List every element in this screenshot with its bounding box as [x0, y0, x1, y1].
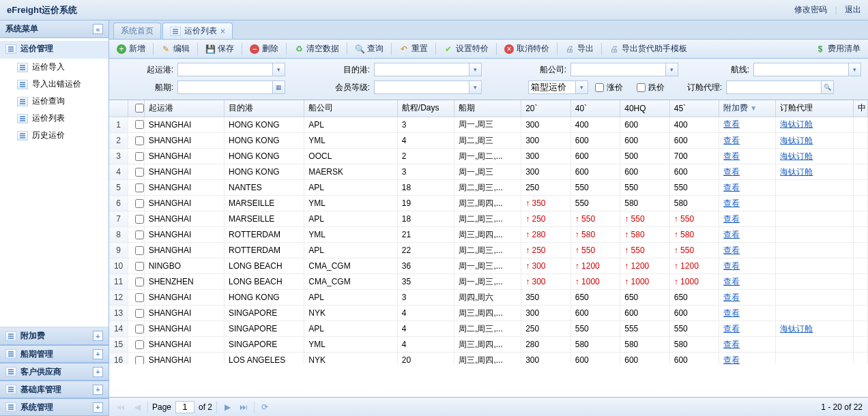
row-checkbox[interactable] — [135, 340, 144, 349]
row-checkbox[interactable] — [135, 262, 144, 271]
col-20[interactable]: 20` — [521, 100, 571, 117]
view-surcharge-link[interactable]: 查看 — [723, 293, 740, 302]
add-button[interactable]: +新增 — [113, 42, 149, 56]
agent-input[interactable] — [726, 80, 822, 94]
row-checkbox[interactable] — [135, 199, 144, 208]
sidebar-item[interactable]: 运价列表 — [0, 110, 108, 127]
col-schedule[interactable]: 船期 — [454, 100, 521, 117]
col-origin[interactable]: 起运港 — [144, 100, 224, 117]
dropdown-icon[interactable]: ▾ — [469, 63, 482, 76]
expand-icon[interactable]: + — [93, 331, 103, 341]
table-row[interactable]: 1SHANGHAIHONG KONGAPL3周一,周三300400600400查… — [109, 117, 868, 133]
save-button[interactable]: 💾保存 — [202, 42, 237, 56]
price-down-checkbox[interactable] — [637, 83, 646, 92]
table-row[interactable]: 15SHANGHAISINGAPOREYML4周三,周四,...28058058… — [109, 337, 868, 353]
expand-icon[interactable]: + — [93, 349, 103, 359]
change-password-link[interactable]: 修改密码 — [794, 5, 827, 14]
expand-icon[interactable]: + — [93, 402, 103, 413]
fee-list-button[interactable]: $费用清单 — [812, 42, 864, 56]
table-row[interactable]: 8SHANGHAIROTTERDAMYML21周三,周四,...28058058… — [109, 227, 868, 243]
col-checkbox[interactable] — [128, 100, 144, 117]
row-checkbox[interactable] — [135, 309, 144, 318]
row-checkbox[interactable] — [135, 215, 144, 224]
table-row[interactable]: 12SHANGHAIHONG KONGAPL3周四,周六350650650650… — [109, 290, 868, 306]
close-tab-icon[interactable]: × — [220, 27, 225, 36]
col-rownum[interactable] — [109, 100, 128, 117]
reset-button[interactable]: ↶重置 — [396, 42, 431, 56]
row-checkbox[interactable] — [135, 356, 144, 364]
sidebar-item[interactable]: 历史运价 — [0, 127, 108, 144]
dest-input[interactable] — [374, 63, 469, 76]
sidebar-group[interactable]: 附加费+ — [0, 327, 108, 345]
table-row[interactable]: 4SHANGHAIHONG KONGMAERSK3周一,周三3006006006… — [109, 164, 868, 180]
row-checkbox[interactable] — [135, 325, 144, 333]
booking-agent-link[interactable]: 海钛订舱 — [780, 167, 813, 177]
sidebar-item[interactable]: 运价导入 — [0, 59, 108, 76]
view-surcharge-link[interactable]: 查看 — [723, 183, 740, 192]
booking-agent-link[interactable]: 海钛订舱 — [780, 324, 813, 333]
col-surcharge[interactable]: 附加费▼ — [719, 100, 776, 117]
prev-page-button[interactable]: ◀ — [131, 401, 143, 413]
page-input[interactable] — [175, 401, 194, 413]
col-dest[interactable]: 目的港 — [225, 100, 304, 117]
table-row[interactable]: 9SHANGHAIROTTERDAMAPL22周二,周三,...25055055… — [109, 243, 868, 258]
table-row[interactable]: 16SHANGHAILOS ANGELESNYK20周三,周四,...30060… — [109, 353, 868, 364]
view-surcharge-link[interactable]: 查看 — [723, 324, 740, 333]
table-row[interactable]: 11SHENZHENLONG BEACHCMA_CGM35周一,周三,...30… — [109, 274, 868, 290]
table-row[interactable]: 5SHANGHAINANTESAPL18周二,周三,...25055055055… — [109, 180, 868, 196]
dropdown-icon[interactable]: ▾ — [666, 63, 678, 76]
nav-group-title[interactable]: 运价管理 — [0, 41, 108, 59]
row-checkbox[interactable] — [135, 152, 144, 161]
next-page-button[interactable]: ▶ — [221, 401, 233, 413]
col-voyage[interactable]: 航程/Days — [397, 100, 454, 117]
origin-input[interactable] — [177, 63, 273, 76]
search-button[interactable]: 🔍查询 — [351, 42, 387, 56]
col-agent[interactable]: 订舱代理 — [776, 100, 853, 117]
view-surcharge-link[interactable]: 查看 — [723, 151, 740, 161]
expand-icon[interactable]: + — [93, 367, 103, 377]
view-surcharge-link[interactable]: 查看 — [723, 246, 740, 255]
view-surcharge-link[interactable]: 查看 — [723, 136, 740, 145]
view-surcharge-link[interactable]: 查看 — [723, 198, 740, 208]
dropdown-icon[interactable]: ▾ — [849, 63, 861, 76]
table-row[interactable]: 2SHANGHAIHONG KONGYML4周二,周三300600600600查… — [109, 133, 868, 149]
view-surcharge-link[interactable]: 查看 — [723, 340, 740, 349]
view-surcharge-link[interactable]: 查看 — [723, 277, 740, 286]
sidebar-group[interactable]: 系统管理+ — [0, 398, 108, 416]
col-40[interactable]: 40` — [570, 100, 620, 117]
view-surcharge-link[interactable]: 查看 — [723, 230, 740, 239]
export-template-button[interactable]: 🖨导出货代助手模板 — [606, 42, 691, 56]
box-type-input[interactable] — [528, 80, 576, 94]
table-row[interactable]: 13SHANGHAISINGAPORENYK4周三,周四,...30060060… — [109, 306, 868, 321]
view-surcharge-link[interactable]: 查看 — [723, 167, 740, 177]
table-row[interactable]: 7SHANGHAIMARSEILLEAPL18周二,周三,...25055055… — [109, 211, 868, 227]
col-last[interactable]: 中 — [853, 100, 867, 117]
row-checkbox[interactable] — [135, 278, 144, 286]
sidebar-group[interactable]: 基础库管理+ — [0, 381, 108, 398]
dropdown-icon[interactable]: ▾ — [576, 80, 588, 94]
table-row[interactable]: 10NINGBOLONG BEACHCMA_CGM36周一,周三,...3001… — [109, 258, 868, 274]
expand-icon[interactable]: + — [93, 385, 103, 395]
table-row[interactable]: 6SHANGHAIMARSEILLEYML19周三,周四,...35055058… — [109, 196, 868, 211]
set-special-button[interactable]: ✔设置特价 — [440, 42, 492, 56]
logout-link[interactable]: 退出 — [845, 5, 861, 14]
dropdown-icon[interactable]: ▾ — [469, 80, 482, 94]
view-surcharge-link[interactable]: 查看 — [723, 214, 740, 224]
dropdown-icon[interactable]: ▾ — [273, 63, 285, 76]
last-page-button[interactable]: ⏭ — [237, 401, 250, 413]
row-checkbox[interactable] — [135, 120, 144, 129]
view-surcharge-link[interactable]: 查看 — [723, 308, 740, 318]
carrier-input[interactable] — [570, 63, 666, 76]
route-input[interactable] — [753, 63, 849, 76]
col-40hq[interactable]: 40HQ — [620, 100, 670, 117]
table-row[interactable]: 3SHANGHAIHONG KONGOOCL2周一,周二,...30060050… — [109, 149, 868, 164]
view-surcharge-link[interactable]: 查看 — [723, 355, 740, 364]
tab-rate-list[interactable]: 运价列表 × — [162, 23, 233, 39]
row-checkbox[interactable] — [135, 168, 144, 177]
booking-agent-link[interactable]: 海钛订舱 — [780, 119, 813, 129]
sidebar-item[interactable]: 导入出错运价 — [0, 76, 108, 93]
search-trigger-icon[interactable]: 🔍 — [822, 80, 834, 94]
refresh-button[interactable]: ⟳ — [259, 401, 271, 413]
sidebar-group[interactable]: 船期管理+ — [0, 345, 108, 363]
grid-scroll[interactable]: 1SHANGHAIHONG KONGAPL3周一,周三300400600400查… — [109, 117, 868, 364]
